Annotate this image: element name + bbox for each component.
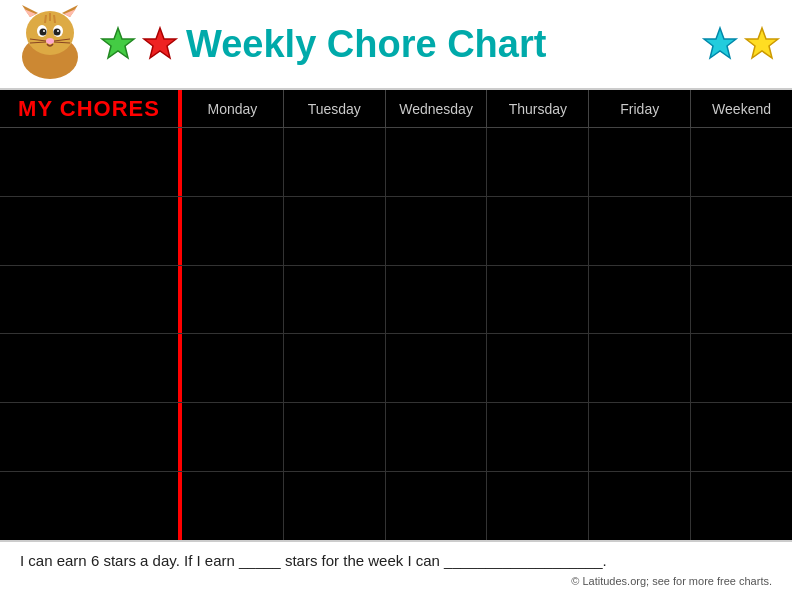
my-chores-label-cell: MY CHORES [0, 90, 182, 127]
day-cell[interactable] [691, 403, 792, 471]
day-cell[interactable] [182, 334, 284, 402]
cat-icon [10, 5, 90, 83]
day-cell[interactable] [589, 472, 691, 540]
day-cell[interactable] [691, 334, 792, 402]
svg-point-12 [46, 38, 54, 44]
chore-label-cell[interactable] [0, 197, 182, 265]
header: Weekly Chore Chart [0, 0, 792, 90]
chore-label-cell[interactable] [0, 334, 182, 402]
day-cell[interactable] [182, 197, 284, 265]
stars-right [700, 24, 782, 64]
chore-label-cell[interactable] [0, 128, 182, 196]
stars-left [98, 24, 180, 64]
day-header-monday: Monday [182, 90, 284, 127]
day-cell[interactable] [589, 403, 691, 471]
day-cell[interactable] [487, 197, 589, 265]
day-cell[interactable] [284, 128, 386, 196]
chart-rows [0, 128, 792, 540]
day-headers: Monday Tuesday Wednesday Thursday Friday… [182, 90, 792, 127]
day-cell[interactable] [691, 128, 792, 196]
svg-point-10 [43, 30, 45, 32]
day-cell[interactable] [589, 128, 691, 196]
svg-marker-23 [746, 28, 778, 58]
day-cell[interactable] [182, 128, 284, 196]
chart-row [0, 403, 792, 472]
chore-label-cell[interactable] [0, 472, 182, 540]
red-star-icon [140, 24, 180, 64]
svg-point-9 [54, 29, 61, 36]
svg-line-17 [45, 15, 46, 23]
chart-row [0, 266, 792, 335]
day-cell[interactable] [284, 266, 386, 334]
day-cell[interactable] [284, 334, 386, 402]
app-wrapper: Weekly Chore Chart MY CHORES Monday Tues… [0, 0, 792, 612]
svg-marker-20 [102, 28, 134, 58]
chore-chart: MY CHORES Monday Tuesday Wednesday Thurs… [0, 90, 792, 540]
day-cell[interactable] [182, 266, 284, 334]
svg-marker-22 [704, 28, 736, 58]
day-header-tuesday: Tuesday [284, 90, 386, 127]
day-cell[interactable] [386, 334, 488, 402]
svg-line-19 [54, 15, 55, 23]
day-cell[interactable] [487, 472, 589, 540]
footer-credit: © Latitudes.org; see for more free chart… [20, 575, 772, 587]
chart-row [0, 128, 792, 197]
cyan-star-icon [700, 24, 740, 64]
chore-label-cell[interactable] [0, 266, 182, 334]
day-cell[interactable] [284, 472, 386, 540]
chart-header-row: MY CHORES Monday Tuesday Wednesday Thurs… [0, 90, 792, 128]
day-header-friday: Friday [589, 90, 691, 127]
day-cell[interactable] [589, 197, 691, 265]
day-cell[interactable] [589, 266, 691, 334]
footer: I can earn 6 stars a day. If I earn ____… [0, 540, 792, 612]
day-header-weekend: Weekend [691, 90, 792, 127]
footer-main-text: I can earn 6 stars a day. If I earn ____… [20, 552, 772, 569]
green-star-icon [98, 24, 138, 64]
day-cell[interactable] [487, 128, 589, 196]
yellow-star-icon [742, 24, 782, 64]
day-cell[interactable] [691, 197, 792, 265]
day-header-thursday: Thursday [487, 90, 589, 127]
chart-title: Weekly Chore Chart [186, 23, 694, 66]
day-header-wednesday: Wednesday [386, 90, 488, 127]
day-cell[interactable] [487, 334, 589, 402]
day-cell[interactable] [284, 403, 386, 471]
day-cell[interactable] [284, 197, 386, 265]
day-cell[interactable] [691, 266, 792, 334]
day-cell[interactable] [386, 266, 488, 334]
day-cell[interactable] [386, 403, 488, 471]
day-cell[interactable] [182, 403, 284, 471]
svg-point-11 [57, 30, 59, 32]
day-cell[interactable] [182, 472, 284, 540]
day-cell[interactable] [386, 128, 488, 196]
day-cell[interactable] [386, 197, 488, 265]
svg-point-8 [40, 29, 47, 36]
chart-row [0, 472, 792, 540]
chart-row [0, 197, 792, 266]
chore-label-cell[interactable] [0, 403, 182, 471]
day-cell[interactable] [487, 266, 589, 334]
day-cell[interactable] [589, 334, 691, 402]
day-cell[interactable] [386, 472, 488, 540]
chart-row [0, 334, 792, 403]
svg-marker-21 [144, 28, 176, 58]
my-chores-label: MY CHORES [18, 96, 160, 122]
day-cell[interactable] [487, 403, 589, 471]
day-cell[interactable] [691, 472, 792, 540]
